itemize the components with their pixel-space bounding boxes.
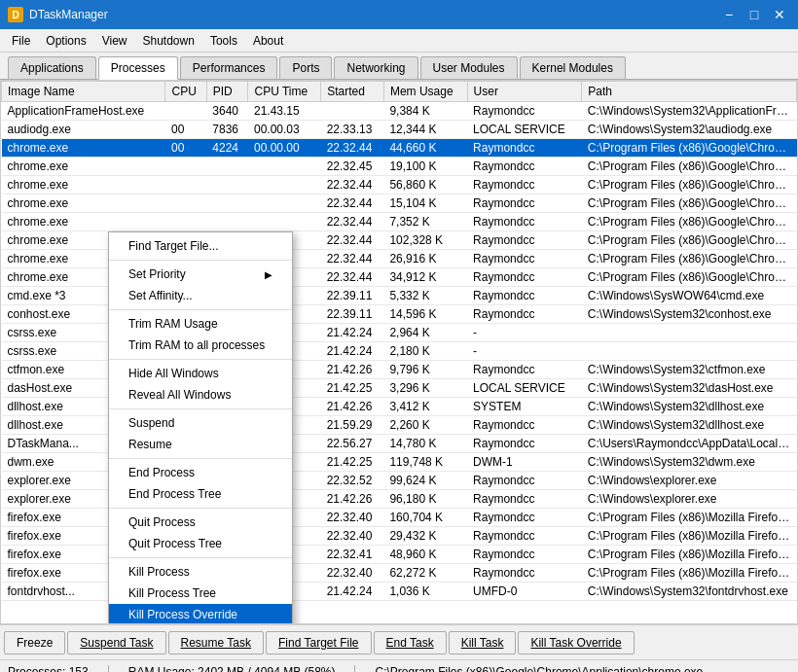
table-cell: 21.42.25 xyxy=(321,453,384,472)
maximize-button[interactable]: □ xyxy=(744,4,765,25)
context-menu-item[interactable]: Kill Process Tree xyxy=(109,583,292,604)
col-started[interactable]: Started xyxy=(321,82,384,102)
app-title: DTaskManager xyxy=(29,8,108,21)
menu-bar: File Options View Shutdown Tools About xyxy=(0,29,798,53)
table-cell xyxy=(206,213,248,231)
menu-file[interactable]: File xyxy=(4,32,38,50)
minimize-button[interactable]: − xyxy=(718,4,740,25)
col-image-name[interactable]: Image Name xyxy=(2,82,165,102)
context-menu-item[interactable]: Set Affinity... xyxy=(109,285,292,306)
table-cell: C:\Windows\System32\ctfmon.exe xyxy=(582,361,797,379)
table-cell: Raymondcc xyxy=(467,139,582,158)
tab-performances[interactable]: Performances xyxy=(180,56,278,79)
table-cell: Raymondcc xyxy=(467,527,582,546)
freeze-button[interactable]: Freeze xyxy=(4,631,65,654)
context-menu-item[interactable]: Suspend xyxy=(109,412,292,434)
find-target-file-button[interactable]: Find Target File xyxy=(266,631,371,654)
resume-task-button[interactable]: Resume Task xyxy=(168,631,264,654)
col-user[interactable]: User xyxy=(467,82,582,102)
table-cell: 21.42.24 xyxy=(321,342,384,361)
submenu-arrow-icon: ▶ xyxy=(265,269,272,280)
menu-shutdown[interactable]: Shutdown xyxy=(135,32,202,50)
context-menu-item[interactable]: Set Priority▶ xyxy=(109,264,292,285)
context-menu-separator xyxy=(109,557,292,558)
table-cell: 29,432 K xyxy=(383,527,467,546)
table-cell: C:\Windows\System32\dllhost.exe xyxy=(582,416,797,435)
table-cell: 22.32.44 xyxy=(321,139,384,158)
menu-about[interactable]: About xyxy=(245,32,291,50)
table-cell: Raymondcc xyxy=(467,490,582,509)
context-menu-item[interactable]: Hide All Windows xyxy=(109,363,292,384)
end-task-button[interactable]: End Task xyxy=(374,631,447,654)
tab-networking[interactable]: Networking xyxy=(334,56,417,79)
table-cell: 7,352 K xyxy=(383,213,467,231)
context-menu-item-label: Trim RAM Usage xyxy=(128,317,218,331)
context-menu-item[interactable]: Quit Process Tree xyxy=(109,533,292,554)
context-menu-item[interactable]: Trim RAM to all processes xyxy=(109,335,292,356)
kill-task-button[interactable]: Kill Task xyxy=(449,631,517,654)
table-cell: 21.42.26 xyxy=(321,490,384,509)
suspend-task-button[interactable]: Suspend Task xyxy=(67,631,165,654)
table-cell: Raymondcc xyxy=(467,268,582,287)
table-row[interactable]: chrome.exe22.32.4456,860 KRaymondccC:\Pr… xyxy=(2,176,797,195)
context-menu-item[interactable]: End Process xyxy=(109,462,292,483)
col-path[interactable]: Path xyxy=(582,82,797,102)
table-cell: Raymondcc xyxy=(467,102,582,121)
table-cell: - xyxy=(467,324,582,342)
menu-tools[interactable]: Tools xyxy=(202,32,245,50)
tab-user-modules[interactable]: User Modules xyxy=(420,56,518,79)
context-menu-item-label: Reveal All Windows xyxy=(128,388,231,402)
table-cell: C:\Windows\System32\ApplicationFram xyxy=(582,102,797,121)
table-cell: 5,332 K xyxy=(383,287,467,305)
table-cell xyxy=(248,176,321,195)
menu-view[interactable]: View xyxy=(94,32,135,50)
close-button[interactable]: ✕ xyxy=(769,4,790,25)
table-cell xyxy=(206,195,248,213)
table-row[interactable]: ApplicationFrameHost.exe364021.43.159,38… xyxy=(2,102,797,121)
col-cpu-time[interactable]: CPU Time xyxy=(248,82,321,102)
context-menu-item-label: Find Target File... xyxy=(128,239,218,253)
context-menu-item[interactable]: Quit Process xyxy=(109,512,292,533)
context-menu-item[interactable]: End Process Tree xyxy=(109,483,292,505)
context-menu-item-label: End Process Tree xyxy=(128,487,221,501)
table-cell xyxy=(206,158,248,176)
table-cell: Raymondcc xyxy=(467,250,582,268)
col-cpu[interactable]: CPU xyxy=(165,82,206,102)
table-cell: UMFD-0 xyxy=(467,583,582,601)
context-menu-item-label: Suspend xyxy=(128,416,174,430)
tab-kernel-modules[interactable]: Kernel Modules xyxy=(520,56,626,79)
table-cell: 12,344 K xyxy=(383,121,467,139)
table-row[interactable]: chrome.exe22.32.4415,104 KRaymondccC:\Pr… xyxy=(2,195,797,213)
app-icon-letter: D xyxy=(12,10,18,20)
table-cell: 21.42.24 xyxy=(321,324,384,342)
context-menu-item[interactable]: Reveal All Windows xyxy=(109,384,292,406)
table-cell: 22.32.44 xyxy=(321,268,384,287)
context-menu: Find Target File...Set Priority▶Set Affi… xyxy=(108,231,293,624)
table-cell: Raymondcc xyxy=(467,361,582,379)
table-row[interactable]: chrome.exe22.32.4519,100 KRaymondccC:\Pr… xyxy=(2,158,797,176)
context-menu-item[interactable]: Kill Process Override xyxy=(109,604,292,624)
col-pid[interactable]: PID xyxy=(206,82,248,102)
window-controls: − □ ✕ xyxy=(718,4,790,25)
tab-processes[interactable]: Processes xyxy=(98,56,178,80)
table-cell: C:\Program Files (x86)\Mozilla Firefox\f… xyxy=(582,546,797,564)
context-menu-item[interactable]: Kill Process xyxy=(109,561,292,583)
table-cell: 21.42.24 xyxy=(321,583,384,601)
table-cell: 21.42.25 xyxy=(321,379,384,398)
table-cell: 22.32.45 xyxy=(321,158,384,176)
table-row[interactable]: audiodg.exe00783600.00.0322.33.1312,344 … xyxy=(2,121,797,139)
table-row[interactable]: chrome.exe00422400.00.0022.32.4444,660 K… xyxy=(2,139,797,158)
tab-ports[interactable]: Ports xyxy=(279,56,332,79)
table-cell: Raymondcc xyxy=(467,472,582,490)
col-mem-usage[interactable]: Mem Usage xyxy=(383,82,467,102)
table-cell: 14,596 K xyxy=(383,305,467,324)
context-menu-item[interactable]: Resume xyxy=(109,434,292,455)
kill-task-override-button[interactable]: Kill Task Override xyxy=(518,631,634,654)
table-row[interactable]: chrome.exe22.32.447,352 KRaymondccC:\Pro… xyxy=(2,213,797,231)
context-menu-item[interactable]: Find Target File... xyxy=(109,235,292,257)
tab-applications[interactable]: Applications xyxy=(8,56,96,79)
table-cell xyxy=(206,176,248,195)
menu-options[interactable]: Options xyxy=(38,32,93,50)
context-menu-item[interactable]: Trim RAM Usage xyxy=(109,313,292,335)
table-cell: 00.00.03 xyxy=(248,121,321,139)
